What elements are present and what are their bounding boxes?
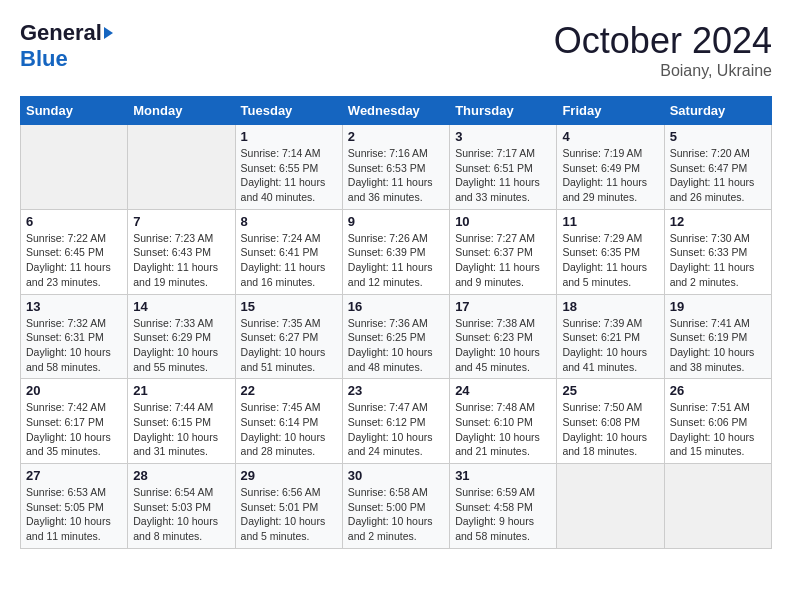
calendar-cell (21, 125, 128, 210)
calendar-cell: 19Sunrise: 7:41 AMSunset: 6:19 PMDayligh… (664, 294, 771, 379)
day-number: 25 (562, 383, 658, 398)
calendar-cell: 17Sunrise: 7:38 AMSunset: 6:23 PMDayligh… (450, 294, 557, 379)
calendar-cell: 16Sunrise: 7:36 AMSunset: 6:25 PMDayligh… (342, 294, 449, 379)
calendar-cell: 13Sunrise: 7:32 AMSunset: 6:31 PMDayligh… (21, 294, 128, 379)
calendar-cell: 14Sunrise: 7:33 AMSunset: 6:29 PMDayligh… (128, 294, 235, 379)
logo-arrow-icon (104, 27, 113, 39)
day-info: Sunrise: 7:38 AMSunset: 6:23 PMDaylight:… (455, 316, 551, 375)
calendar-cell: 29Sunrise: 6:56 AMSunset: 5:01 PMDayligh… (235, 464, 342, 549)
day-info: Sunrise: 6:56 AMSunset: 5:01 PMDaylight:… (241, 485, 337, 544)
day-number: 7 (133, 214, 229, 229)
day-info: Sunrise: 7:36 AMSunset: 6:25 PMDaylight:… (348, 316, 444, 375)
day-number: 13 (26, 299, 122, 314)
calendar-cell: 22Sunrise: 7:45 AMSunset: 6:14 PMDayligh… (235, 379, 342, 464)
day-info: Sunrise: 7:24 AMSunset: 6:41 PMDaylight:… (241, 231, 337, 290)
day-info: Sunrise: 6:59 AMSunset: 4:58 PMDaylight:… (455, 485, 551, 544)
day-number: 9 (348, 214, 444, 229)
day-number: 12 (670, 214, 766, 229)
day-info: Sunrise: 7:45 AMSunset: 6:14 PMDaylight:… (241, 400, 337, 459)
calendar-cell (557, 464, 664, 549)
calendar-cell: 27Sunrise: 6:53 AMSunset: 5:05 PMDayligh… (21, 464, 128, 549)
day-info: Sunrise: 6:54 AMSunset: 5:03 PMDaylight:… (133, 485, 229, 544)
week-row-5: 27Sunrise: 6:53 AMSunset: 5:05 PMDayligh… (21, 464, 772, 549)
day-number: 11 (562, 214, 658, 229)
calendar-cell: 23Sunrise: 7:47 AMSunset: 6:12 PMDayligh… (342, 379, 449, 464)
day-info: Sunrise: 7:20 AMSunset: 6:47 PMDaylight:… (670, 146, 766, 205)
calendar-cell: 20Sunrise: 7:42 AMSunset: 6:17 PMDayligh… (21, 379, 128, 464)
calendar-cell: 8Sunrise: 7:24 AMSunset: 6:41 PMDaylight… (235, 209, 342, 294)
page-header: General Blue October 2024 Boiany, Ukrain… (20, 20, 772, 80)
weekday-header-friday: Friday (557, 97, 664, 125)
calendar-cell: 25Sunrise: 7:50 AMSunset: 6:08 PMDayligh… (557, 379, 664, 464)
calendar-cell: 18Sunrise: 7:39 AMSunset: 6:21 PMDayligh… (557, 294, 664, 379)
calendar-table: SundayMondayTuesdayWednesdayThursdayFrid… (20, 96, 772, 549)
day-info: Sunrise: 7:29 AMSunset: 6:35 PMDaylight:… (562, 231, 658, 290)
day-number: 4 (562, 129, 658, 144)
week-row-4: 20Sunrise: 7:42 AMSunset: 6:17 PMDayligh… (21, 379, 772, 464)
day-info: Sunrise: 7:22 AMSunset: 6:45 PMDaylight:… (26, 231, 122, 290)
logo-text-blue: Blue (20, 46, 68, 71)
day-number: 19 (670, 299, 766, 314)
logo: General Blue (20, 20, 113, 72)
calendar-cell: 31Sunrise: 6:59 AMSunset: 4:58 PMDayligh… (450, 464, 557, 549)
calendar-cell: 30Sunrise: 6:58 AMSunset: 5:00 PMDayligh… (342, 464, 449, 549)
day-info: Sunrise: 7:27 AMSunset: 6:37 PMDaylight:… (455, 231, 551, 290)
day-number: 22 (241, 383, 337, 398)
calendar-cell: 15Sunrise: 7:35 AMSunset: 6:27 PMDayligh… (235, 294, 342, 379)
calendar-cell: 28Sunrise: 6:54 AMSunset: 5:03 PMDayligh… (128, 464, 235, 549)
day-number: 27 (26, 468, 122, 483)
calendar-cell: 24Sunrise: 7:48 AMSunset: 6:10 PMDayligh… (450, 379, 557, 464)
day-info: Sunrise: 7:32 AMSunset: 6:31 PMDaylight:… (26, 316, 122, 375)
month-title: October 2024 (554, 20, 772, 62)
week-row-1: 1Sunrise: 7:14 AMSunset: 6:55 PMDaylight… (21, 125, 772, 210)
weekday-header-row: SundayMondayTuesdayWednesdayThursdayFrid… (21, 97, 772, 125)
day-info: Sunrise: 6:53 AMSunset: 5:05 PMDaylight:… (26, 485, 122, 544)
day-info: Sunrise: 7:47 AMSunset: 6:12 PMDaylight:… (348, 400, 444, 459)
day-info: Sunrise: 7:51 AMSunset: 6:06 PMDaylight:… (670, 400, 766, 459)
weekday-header-tuesday: Tuesday (235, 97, 342, 125)
calendar-cell: 9Sunrise: 7:26 AMSunset: 6:39 PMDaylight… (342, 209, 449, 294)
day-number: 18 (562, 299, 658, 314)
logo-text-general: General (20, 20, 102, 46)
day-number: 20 (26, 383, 122, 398)
day-number: 10 (455, 214, 551, 229)
calendar-cell (128, 125, 235, 210)
day-number: 29 (241, 468, 337, 483)
calendar-cell: 7Sunrise: 7:23 AMSunset: 6:43 PMDaylight… (128, 209, 235, 294)
day-info: Sunrise: 7:19 AMSunset: 6:49 PMDaylight:… (562, 146, 658, 205)
day-info: Sunrise: 7:42 AMSunset: 6:17 PMDaylight:… (26, 400, 122, 459)
calendar-cell (664, 464, 771, 549)
day-info: Sunrise: 7:17 AMSunset: 6:51 PMDaylight:… (455, 146, 551, 205)
day-number: 17 (455, 299, 551, 314)
day-number: 1 (241, 129, 337, 144)
weekday-header-wednesday: Wednesday (342, 97, 449, 125)
day-info: Sunrise: 7:41 AMSunset: 6:19 PMDaylight:… (670, 316, 766, 375)
day-info: Sunrise: 7:39 AMSunset: 6:21 PMDaylight:… (562, 316, 658, 375)
day-number: 30 (348, 468, 444, 483)
day-info: Sunrise: 7:44 AMSunset: 6:15 PMDaylight:… (133, 400, 229, 459)
day-info: Sunrise: 7:48 AMSunset: 6:10 PMDaylight:… (455, 400, 551, 459)
calendar-cell: 12Sunrise: 7:30 AMSunset: 6:33 PMDayligh… (664, 209, 771, 294)
day-number: 31 (455, 468, 551, 483)
calendar-title-block: October 2024 Boiany, Ukraine (554, 20, 772, 80)
weekday-header-monday: Monday (128, 97, 235, 125)
calendar-cell: 3Sunrise: 7:17 AMSunset: 6:51 PMDaylight… (450, 125, 557, 210)
day-number: 21 (133, 383, 229, 398)
day-number: 14 (133, 299, 229, 314)
day-number: 8 (241, 214, 337, 229)
week-row-3: 13Sunrise: 7:32 AMSunset: 6:31 PMDayligh… (21, 294, 772, 379)
day-number: 28 (133, 468, 229, 483)
day-info: Sunrise: 7:33 AMSunset: 6:29 PMDaylight:… (133, 316, 229, 375)
calendar-cell: 5Sunrise: 7:20 AMSunset: 6:47 PMDaylight… (664, 125, 771, 210)
day-info: Sunrise: 7:14 AMSunset: 6:55 PMDaylight:… (241, 146, 337, 205)
day-info: Sunrise: 7:16 AMSunset: 6:53 PMDaylight:… (348, 146, 444, 205)
day-number: 16 (348, 299, 444, 314)
day-info: Sunrise: 7:35 AMSunset: 6:27 PMDaylight:… (241, 316, 337, 375)
day-number: 23 (348, 383, 444, 398)
day-number: 5 (670, 129, 766, 144)
day-info: Sunrise: 7:26 AMSunset: 6:39 PMDaylight:… (348, 231, 444, 290)
calendar-cell: 6Sunrise: 7:22 AMSunset: 6:45 PMDaylight… (21, 209, 128, 294)
weekday-header-thursday: Thursday (450, 97, 557, 125)
calendar-cell: 10Sunrise: 7:27 AMSunset: 6:37 PMDayligh… (450, 209, 557, 294)
day-number: 15 (241, 299, 337, 314)
